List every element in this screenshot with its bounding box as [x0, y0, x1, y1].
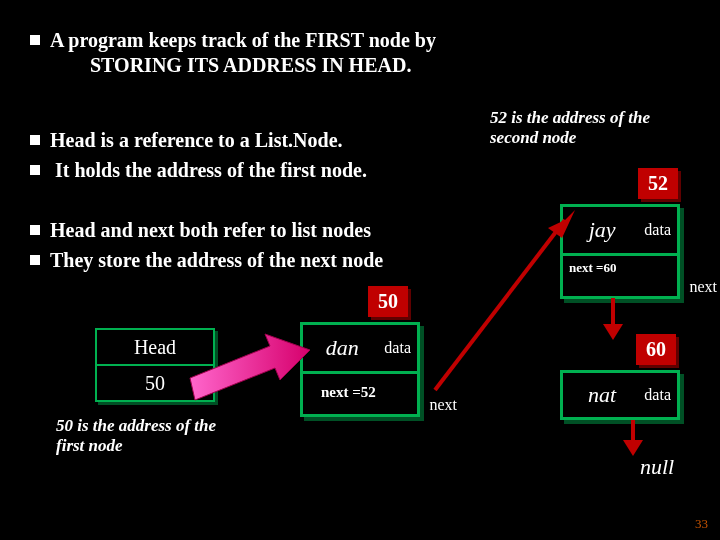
square-bullet-icon — [30, 225, 40, 235]
node-next-label: next — [429, 396, 457, 414]
node-next-label: next — [689, 278, 717, 296]
annotation-line: 52 is the address of the — [490, 108, 650, 127]
bullet-1: A program keeps track of the FIRST node … — [30, 28, 436, 78]
node-data-label: data — [384, 339, 411, 357]
node-data-row: dan data — [303, 325, 417, 371]
svg-line-1 — [435, 220, 565, 390]
address-box-50: 50 — [368, 286, 408, 317]
annotation-first-node: 50 is the address of the first node — [56, 416, 286, 457]
square-bullet-icon — [30, 135, 40, 145]
bullet-text: A program keeps track of the FIRST node … — [50, 29, 436, 51]
node-data-value: nat — [563, 382, 641, 408]
bullet-text-cont: STORING ITS ADDRESS IN HEAD. — [90, 54, 411, 76]
node-60-box: nat data — [560, 370, 680, 420]
address-value: 50 — [378, 290, 398, 312]
head-value-text: 50 — [145, 372, 165, 395]
node-data-row: nat data — [563, 373, 677, 417]
address-value: 60 — [646, 338, 666, 360]
head-title: Head — [97, 330, 213, 364]
node-50-box: dan data next =52 next — [300, 322, 420, 417]
address-box-60: 60 — [636, 334, 676, 365]
node-52-box: jay data next =60 next — [560, 204, 680, 299]
bullet-text: Head is a reference to a List.Node. — [50, 129, 343, 151]
svg-marker-4 — [603, 324, 623, 340]
head-title-text: Head — [134, 336, 176, 359]
null-text: null — [640, 454, 674, 479]
bullet-text: It holds the address of the first node. — [50, 159, 367, 181]
node-data-row: jay data — [563, 207, 677, 253]
bullet-3: It holds the address of the first node. — [30, 158, 367, 183]
node-data-value: jay — [563, 217, 641, 243]
annotation-line: first node — [56, 436, 123, 455]
node-next-value: next =52 — [321, 384, 376, 401]
null-label: null — [640, 454, 674, 480]
square-bullet-icon — [30, 255, 40, 265]
page-number-text: 33 — [695, 516, 708, 531]
head-box: Head 50 — [95, 328, 215, 402]
bullet-text: Head and next both refer to list nodes — [50, 219, 371, 241]
bullet-2: Head is a reference to a List.Node. — [30, 128, 343, 153]
annotation-line: second node — [490, 128, 576, 147]
annotation-second-node: 52 is the address of the second node — [490, 108, 700, 149]
bullet-4: Head and next both refer to list nodes — [30, 218, 371, 243]
page-number: 33 — [695, 516, 708, 532]
node-data-label: data — [644, 221, 671, 239]
node-next-row: next =60 next — [563, 256, 677, 299]
head-value: 50 — [97, 366, 213, 400]
address-value: 52 — [648, 172, 668, 194]
bullet-text: They store the address of the next node — [50, 249, 383, 271]
node-data-value: dan — [303, 335, 381, 361]
node-data-label: data — [644, 386, 671, 404]
square-bullet-icon — [30, 35, 40, 45]
bullet-5: They store the address of the next node — [30, 248, 383, 273]
node-next-row: next =52 next — [303, 374, 417, 417]
node-next-value: next =60 — [569, 260, 617, 276]
arrow-node52-to-node60-icon — [588, 296, 638, 346]
address-box-52: 52 — [638, 168, 678, 199]
annotation-line: 50 is the address of the — [56, 416, 216, 435]
square-bullet-icon — [30, 165, 40, 175]
